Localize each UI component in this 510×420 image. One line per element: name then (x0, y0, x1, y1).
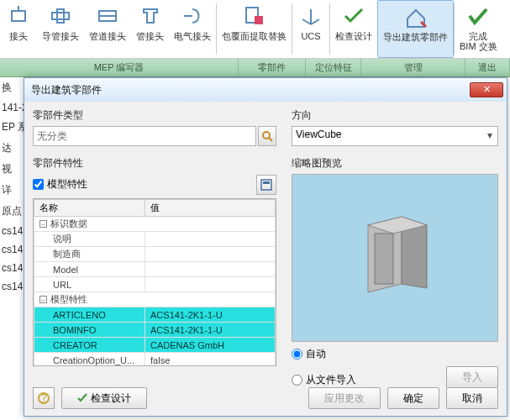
col-value[interactable]: 值 (145, 200, 276, 217)
table-row[interactable]: CREATORCADENAS GmbH (34, 338, 276, 353)
property-group[interactable]: −标识数据 (34, 217, 276, 232)
ribbon-label-9: 完成 BIM 交换 (460, 31, 497, 51)
preview-label: 缩略图预览 (292, 156, 498, 171)
model-props-checkbox[interactable]: 模型特性 (33, 177, 256, 192)
svg-point-8 (263, 132, 270, 139)
svg-rect-11 (263, 181, 270, 184)
property-group[interactable]: −模型特性 (34, 292, 276, 307)
table-row[interactable]: ARTICLENOACS141-2K1-1-U (34, 307, 276, 323)
svg-rect-0 (12, 11, 25, 21)
svg-rect-7 (255, 16, 263, 24)
import-button: 导入 (446, 366, 498, 388)
ribbon-group-1: MEP 编写器 (0, 59, 239, 76)
ribbon-label-2: 管道接头 (89, 31, 126, 41)
table-row[interactable]: BOMINFOACS141-2K1-1-U (34, 323, 276, 338)
svg-rect-15 (375, 234, 393, 284)
part-type-label: 零部件类型 (33, 108, 276, 123)
part-type-input[interactable] (33, 126, 256, 146)
table-row[interactable]: 说明 (34, 232, 276, 247)
search-icon[interactable] (258, 126, 276, 146)
svg-rect-3 (57, 9, 64, 23)
ribbon-btn-9[interactable]: 完成 BIM 交换 (455, 0, 502, 58)
ribbon-group-4: 管理 (361, 59, 465, 76)
close-button[interactable]: ✕ (470, 82, 503, 97)
ribbon-group-3: 定位特征 (306, 59, 361, 76)
ribbon-label-7: 检查设计 (335, 31, 372, 41)
help-button[interactable]: ? (33, 387, 55, 409)
dialog-title: 导出建筑零部件 (31, 83, 470, 97)
ribbon-btn-5[interactable]: 包覆面提取替换 (217, 0, 292, 58)
dialog-titlebar[interactable]: 导出建筑零部件 ✕ (24, 78, 507, 102)
svg-rect-2 (52, 13, 69, 19)
ribbon-btn-3[interactable]: 管接头 (131, 0, 169, 58)
thumbnail-preview (292, 174, 498, 342)
svg-text:?: ? (41, 392, 47, 404)
props-settings-icon[interactable] (256, 175, 276, 195)
svg-rect-10 (261, 180, 271, 190)
ribbon-label-5: 包覆面提取替换 (222, 31, 287, 41)
direction-label: 方向 (292, 108, 498, 123)
ribbon-label-1: 导管接头 (42, 31, 79, 41)
apply-button: 应用更改 (308, 387, 381, 409)
ok-button[interactable]: 确定 (387, 387, 439, 409)
table-row[interactable]: 制造商 (34, 247, 276, 262)
ribbon-btn-8[interactable]: 导出建筑零部件 (377, 0, 454, 58)
ribbon-label-3: 管接头 (136, 31, 164, 41)
ribbon-btn-4[interactable]: 电气接头 (169, 0, 216, 58)
direction-select[interactable]: ViewCube (292, 126, 498, 146)
radio-auto[interactable]: 自动 (292, 347, 498, 361)
check-design-button[interactable]: 检查设计 (61, 387, 147, 409)
ribbon-btn-1[interactable]: 导管接头 (37, 0, 84, 58)
ribbon-label-4: 电气接头 (174, 31, 211, 41)
ribbon-label-0: 接头 (9, 31, 28, 41)
ribbon-btn-2[interactable]: 管道接头 (84, 0, 131, 58)
table-row[interactable]: URL (34, 277, 276, 292)
export-dialog: 导出建筑零部件 ✕ 零部件类型 零部件特性 模型特性 (24, 77, 507, 417)
props-label: 零部件特性 (33, 156, 276, 171)
ribbon-btn-6[interactable]: UCS (292, 0, 329, 58)
radio-from-file[interactable]: 从文件导入 (292, 373, 443, 387)
properties-table[interactable]: 名称 值 −标识数据说明制造商ModelURL−模型特性ARTICLENOACS… (33, 198, 276, 366)
cancel-button[interactable]: 取消 (446, 387, 498, 409)
ribbon-group-2: 零部件 (239, 59, 306, 76)
svg-line-9 (269, 138, 272, 141)
ribbon-label-8: 导出建筑零部件 (383, 32, 448, 42)
table-row[interactable]: CreationOption_U...false (34, 353, 276, 367)
col-name[interactable]: 名称 (34, 200, 145, 217)
table-row[interactable]: Model (34, 262, 276, 277)
ribbon-btn-0[interactable]: 接头 (0, 0, 37, 58)
ribbon-group-5: 退出 (465, 59, 510, 76)
ribbon-btn-7[interactable]: 检查设计 (330, 0, 377, 58)
ribbon-label-6: UCS (301, 31, 320, 41)
